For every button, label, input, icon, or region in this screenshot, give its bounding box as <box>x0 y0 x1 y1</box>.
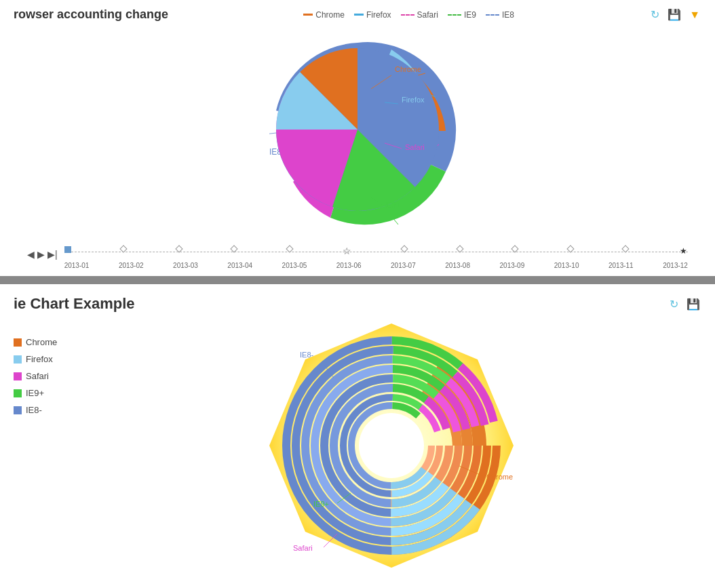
month-2013-04: 2013-04 <box>227 262 252 269</box>
svg-text:Chrome: Chrome <box>395 65 421 73</box>
bottom-legend-ie8-label: IE8- <box>26 405 42 415</box>
bottom-legend-chrome: Chrome <box>14 337 68 347</box>
tl-dot-8[interactable] <box>456 245 463 252</box>
bottom-legend-ie9-label: IE9+ <box>26 388 44 398</box>
month-2013-01: 2013-01 <box>64 262 90 269</box>
month-2013-05: 2013-05 <box>282 262 307 269</box>
pie-chart-main: Chrome Firefox Safari IE9+ IE8- <box>269 41 446 218</box>
month-2013-07: 2013-07 <box>391 262 416 269</box>
tl-dot-5[interactable] <box>286 245 293 252</box>
bottom-header: ie Chart Example ↻ 💾 <box>14 295 701 313</box>
filter-button[interactable]: ▼ <box>688 7 701 22</box>
timeline-month-labels: 2013-01 2013-02 2013-03 2013-04 2013-05 … <box>64 262 688 269</box>
month-2013-09: 2013-09 <box>500 262 525 269</box>
svg-text:IE9+: IE9+ <box>385 201 400 209</box>
month-2013-02: 2013-02 <box>119 262 144 269</box>
tl-dot-10[interactable] <box>566 245 574 252</box>
bottom-legend: Chrome Firefox Safari IE9+ IE8- <box>14 324 68 568</box>
month-2013-12: 2013-12 <box>663 262 688 269</box>
legend-chrome-dot <box>303 14 313 16</box>
donut-safari-label: Safari <box>293 544 313 552</box>
tl-dot-11[interactable] <box>622 245 630 252</box>
legend-firefox-label: Firefox <box>366 10 391 20</box>
bottom-legend-firefox: Firefox <box>14 354 68 364</box>
tl-dot-4[interactable] <box>231 245 238 252</box>
legend-safari-dot <box>401 14 414 16</box>
legend-ie9-label: IE9 <box>464 10 476 20</box>
svg-line-9 <box>269 133 276 135</box>
donut-chart: IE8- IE9+ Safari Chrome <box>215 317 568 574</box>
bottom-content: Chrome Firefox Safari IE9+ IE8- <box>14 324 701 568</box>
month-2013-11: 2013-11 <box>608 262 634 269</box>
pie-chart-container: Chrome Firefox Safari IE9+ IE8- <box>14 29 701 233</box>
tl-dot-2[interactable] <box>120 245 128 252</box>
donut-chrome-label: Chrome <box>486 473 513 481</box>
bottom-legend-chrome-color <box>14 338 22 347</box>
timeline-play-btn[interactable]: ▶ <box>37 249 45 260</box>
legend-ie9: IE9 <box>448 10 476 20</box>
bottom-legend-ie8: IE8- <box>14 405 68 415</box>
month-2013-03: 2013-03 <box>173 262 198 269</box>
bottom-legend-ie9: IE9+ <box>14 388 68 398</box>
refresh-button[interactable]: ↻ <box>649 7 661 22</box>
tl-dot-1[interactable] <box>64 246 71 253</box>
bottom-title: ie Chart Example <box>14 295 135 313</box>
bottom-legend-safari-color <box>14 372 22 380</box>
top-title: rowser accounting change <box>14 7 168 22</box>
svg-text:Safari: Safari <box>405 143 425 151</box>
legend-firefox: Firefox <box>354 10 391 20</box>
bottom-legend-ie9-color <box>14 389 22 397</box>
bottom-legend-firefox-label: Firefox <box>26 354 53 364</box>
tl-dot-7[interactable] <box>400 245 408 252</box>
bottom-legend-ie8-color <box>14 406 22 414</box>
tl-dot-6[interactable]: ☆ <box>343 246 352 256</box>
timeline: ◀ ▶ ▶| ☆ ★ 2013-01 <box>14 233 701 276</box>
month-2013-06: 2013-06 <box>336 262 362 269</box>
tl-dot-star[interactable]: ★ <box>678 246 688 256</box>
top-section: rowser accounting change Chrome Firefox … <box>0 0 715 280</box>
bottom-legend-chrome-label: Chrome <box>26 337 57 347</box>
svg-text:Firefox: Firefox <box>402 96 425 104</box>
top-actions: ↻ 💾 ▼ <box>649 7 701 22</box>
month-2013-10: 2013-10 <box>554 262 579 269</box>
legend-ie8-label: IE8 <box>502 10 514 20</box>
top-legend: Chrome Firefox Safari IE9 IE8 <box>303 10 514 20</box>
bottom-refresh-button[interactable]: ↻ <box>668 296 680 312</box>
bottom-download-button[interactable]: 💾 <box>685 296 701 312</box>
month-2013-08: 2013-08 <box>445 262 470 269</box>
donut-ie8-label: IE8- <box>300 351 314 359</box>
donut-center <box>359 413 424 478</box>
legend-ie8: IE8 <box>486 10 514 20</box>
legend-safari-label: Safari <box>417 10 438 20</box>
bottom-legend-safari: Safari <box>14 371 68 381</box>
legend-ie8-dot <box>486 14 499 16</box>
bottom-legend-safari-label: Safari <box>26 371 49 381</box>
legend-chrome: Chrome <box>303 10 345 20</box>
timeline-next-btn[interactable]: ▶| <box>47 249 58 260</box>
tl-dot-9[interactable] <box>511 245 519 252</box>
timeline-track: ☆ ★ 2013-01 2013-02 2013-03 2013-04 2013… <box>64 239 688 269</box>
top-header: rowser accounting change Chrome Firefox … <box>14 7 701 22</box>
timeline-nav: ◀ ▶ ▶| <box>27 249 58 260</box>
timeline-dots: ☆ ★ <box>64 246 688 256</box>
legend-chrome-label: Chrome <box>315 10 345 20</box>
donut-chart-container: IE8- IE9+ Safari Chrome <box>81 324 701 568</box>
timeline-prev-btn[interactable]: ◀ <box>27 249 35 260</box>
legend-safari: Safari <box>401 10 438 20</box>
bottom-actions: ↻ 💾 <box>668 296 701 312</box>
legend-ie9-dot <box>448 14 461 16</box>
tl-dot-3[interactable] <box>175 245 182 252</box>
bottom-section: ie Chart Example ↻ 💾 Chrome Firefox Safa… <box>0 284 715 579</box>
bottom-legend-firefox-color <box>14 355 22 364</box>
donut-ie9-label: IE9+ <box>313 500 329 508</box>
legend-firefox-dot <box>354 14 364 16</box>
download-button[interactable]: 💾 <box>666 7 682 22</box>
